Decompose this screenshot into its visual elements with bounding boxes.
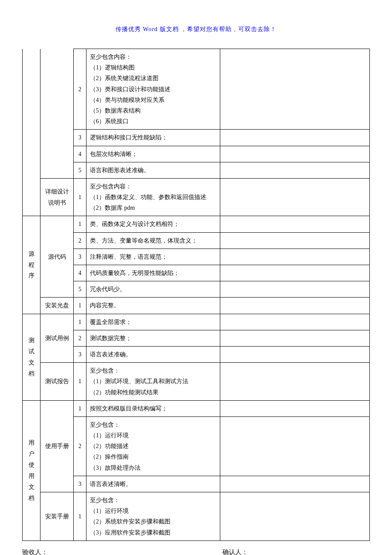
row-blank — [220, 492, 370, 541]
table-row: 2 类、方法、变量等命名规范，体现含义； — [23, 232, 370, 249]
row-number: 3 — [74, 130, 86, 146]
header-note: 传播优秀 Word 版文档 ，希望对您有帮助，可双击去除！ — [22, 26, 370, 33]
table-row: 用户使用文档 使用手册 1 按照文档模版目录结构编写； — [23, 400, 370, 416]
table-row: 测试报告 1 至少包含： （1）测试环境、测试工具和测试方法 （2）功能和性能测… — [23, 363, 370, 401]
table-row: 2 至少包含内容： （1）逻辑结构图 （2）系统关键流程泳道图 （3）类和接口设… — [23, 49, 370, 130]
table-row: 3 语言表述清晰。 — [23, 476, 370, 492]
row-desc: 至少包含： （1）运行环境 （2）系统软件安装步骤和截图 （3）应用软件安装步骤… — [86, 492, 220, 541]
table-row: 4 代码质量较高，无明显性能缺陷； — [23, 265, 370, 281]
table-row: 安装光盘 1 内容完整。 — [23, 298, 370, 314]
category: 测试文档 — [23, 314, 40, 400]
table-row: 5 语言和图形表述准确。 — [23, 162, 370, 178]
row-desc: 语言表述准确。 — [86, 346, 220, 362]
row-blank — [220, 265, 370, 281]
row-blank — [220, 298, 370, 314]
row-blank — [220, 416, 370, 476]
row-desc: 至少包含： （1）运行环境 （2）功能描述 （2）操作指南 （3）故障处理办法 — [86, 416, 220, 476]
row-number: 2 — [74, 416, 86, 476]
table-row: 3 注释清晰、完整，语言规范； — [23, 249, 370, 265]
row-number: 1 — [74, 492, 86, 541]
row-blank — [220, 216, 370, 232]
row-number: 3 — [74, 346, 86, 362]
table-row: 2 至少包含： （1）运行环境 （2）功能描述 （2）操作指南 （3）故障处理办… — [23, 416, 370, 476]
row-desc: 类、函数体定义与设计文档相符； — [86, 216, 220, 232]
table-row: 4 包层次结构清晰； — [23, 146, 370, 162]
row-blank — [220, 49, 370, 130]
row-blank — [220, 232, 370, 249]
row-blank — [220, 314, 370, 330]
row-number: 3 — [74, 476, 86, 492]
subcategory: 测试用例 — [40, 314, 74, 363]
row-number: 1 — [74, 314, 86, 330]
row-blank — [220, 146, 370, 162]
subcategory: 使用手册 — [40, 400, 74, 492]
row-desc: 类、方法、变量等命名规范，体现含义； — [86, 232, 220, 249]
category: 源程序 — [23, 216, 40, 314]
row-blank — [220, 178, 370, 216]
table-row: 3 语言表述准确。 — [23, 346, 370, 362]
row-blank — [220, 363, 370, 401]
table-row: 安装手册 1 至少包含： （1）运行环境 （2）系统软件安装步骤和截图 （3）应… — [23, 492, 370, 541]
row-number: 1 — [74, 363, 86, 401]
row-desc: 语言表述清晰。 — [86, 476, 220, 492]
table-row: 2 测试数据完整； — [23, 330, 370, 346]
subcategory: 详细设计说明书 — [40, 178, 74, 216]
row-blank — [220, 476, 370, 492]
row-desc: 包层次结构清晰； — [86, 146, 220, 162]
row-desc: 按照文档模版目录结构编写； — [86, 400, 220, 416]
row-blank — [220, 130, 370, 146]
row-number: 4 — [74, 146, 86, 162]
footer: 验收人： 日期： 确认人： 日期： — [22, 545, 370, 555]
table-row: 5 冗余代码少。 — [23, 281, 370, 298]
row-number: 1 — [74, 298, 86, 314]
subcategory: 源代码 — [40, 216, 74, 298]
row-desc: 语言和图形表述准确。 — [86, 162, 220, 178]
row-number: 2 — [74, 232, 86, 249]
row-number: 1 — [74, 178, 86, 216]
row-blank — [220, 281, 370, 298]
row-desc: 至少包含内容： （1）逻辑结构图 （2）系统关键流程泳道图 （3）类和接口设计和… — [86, 49, 220, 130]
table-row: 详细设计说明书 1 至少包含内容： （1）函数体定义、功能、参数和返回值描述 （… — [23, 178, 370, 216]
row-blank — [220, 400, 370, 416]
row-desc: 测试数据完整； — [86, 330, 220, 346]
row-number: 1 — [74, 216, 86, 232]
subcategory: 测试报告 — [40, 363, 74, 401]
row-number: 5 — [74, 281, 86, 298]
row-number: 3 — [74, 249, 86, 265]
category: 用户使用文档 — [23, 400, 40, 541]
row-number: 2 — [74, 49, 86, 130]
row-desc: 注释清晰、完整，语言规范； — [86, 249, 220, 265]
row-desc: 至少包含： （1）测试环境、测试工具和测试方法 （2）功能和性能测试结果 — [86, 363, 220, 401]
table-row: 测试文档 测试用例 1 覆盖全部需求； — [23, 314, 370, 330]
row-number: 1 — [74, 400, 86, 416]
row-blank — [220, 346, 370, 362]
row-desc: 覆盖全部需求； — [86, 314, 220, 330]
row-blank — [220, 162, 370, 178]
row-blank — [220, 249, 370, 265]
table-row: 3 逻辑结构和接口无性能缺陷； — [23, 130, 370, 146]
table-row: 源程序 源代码 1 类、函数体定义与设计文档相符； — [23, 216, 370, 232]
row-desc: 内容完整。 — [86, 298, 220, 314]
row-number: 4 — [74, 265, 86, 281]
row-desc: 代码质量较高，无明显性能缺陷； — [86, 265, 220, 281]
subcategory: 安装光盘 — [40, 298, 74, 314]
row-number: 2 — [74, 330, 86, 346]
row-desc: 逻辑结构和接口无性能缺陷； — [86, 130, 220, 146]
subcategory: 安装手册 — [40, 492, 74, 541]
row-blank — [220, 330, 370, 346]
row-number: 5 — [74, 162, 86, 178]
row-desc: 冗余代码少。 — [86, 281, 220, 298]
confirmer-label: 确认人： — [222, 545, 370, 555]
row-desc: 至少包含内容： （1）函数体定义、功能、参数和返回值描述 （2）数据库 pdm — [86, 178, 220, 216]
checklist-table: 2 至少包含内容： （1）逻辑结构图 （2）系统关键流程泳道图 （3）类和接口设… — [22, 49, 370, 541]
reviewer-label: 验收人： — [22, 545, 222, 555]
